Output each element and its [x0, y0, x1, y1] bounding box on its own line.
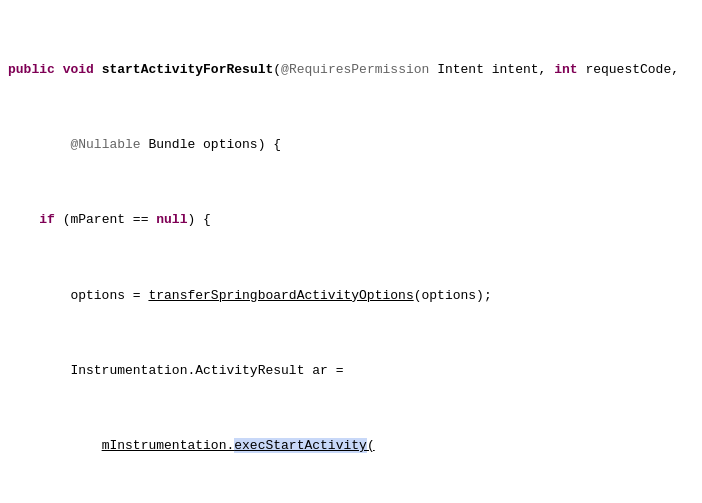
code-line-4: options = transferSpringboardActivityOpt… — [8, 287, 694, 306]
code-line-5: Instrumentation.ActivityResult ar = — [8, 362, 694, 381]
code-line-6: mInstrumentation.execStartActivity( — [8, 437, 694, 456]
code-line-2: @Nullable Bundle options) { — [8, 136, 694, 155]
code-viewer: public void startActivityForResult(@Requ… — [0, 0, 702, 503]
code-line-3: if (mParent == null) { — [8, 211, 694, 230]
code-line-1: public void startActivityForResult(@Requ… — [8, 61, 694, 80]
